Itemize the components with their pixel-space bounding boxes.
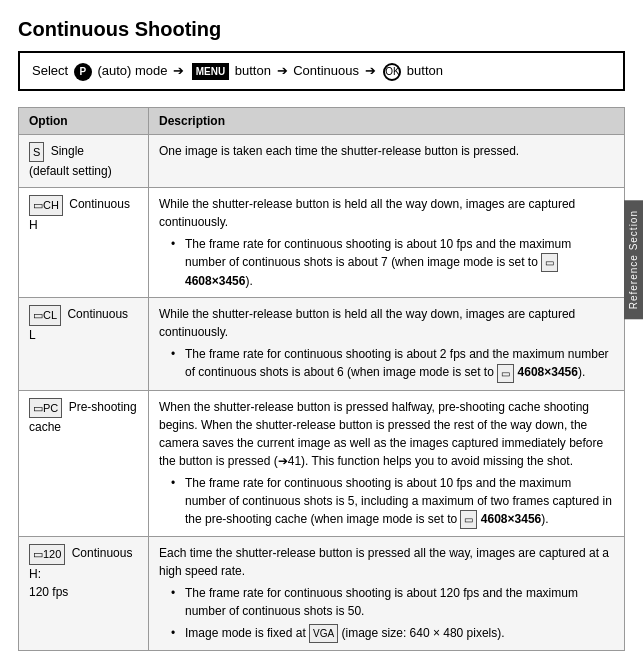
description-single: One image is taken each time the shutter… (149, 134, 625, 188)
option-120fps: ▭120 Continuous H:120 fps (19, 537, 149, 651)
bullet-list: • The frame rate for continuous shooting… (171, 235, 614, 290)
res-icon: ▭ (497, 364, 514, 383)
option-continuous-l: ▭CL Continuous L (19, 298, 149, 390)
table-row: ▭CL Continuous L While the shutter-relea… (19, 298, 625, 390)
arrow-1: ➔ (173, 63, 184, 78)
nav-continuous-text: Continuous (293, 63, 362, 78)
table-row: ▭PC Pre-shooting cache When the shutter-… (19, 390, 625, 536)
ref-section-label: Reference Section (624, 200, 643, 319)
arrow-3: ➔ (365, 63, 376, 78)
table-header-row: Option Description (19, 107, 625, 134)
res-icon: ▭ (460, 510, 477, 529)
bullet-list: • The frame rate for continuous shooting… (171, 474, 614, 529)
options-table: Option Description S Single(default sett… (18, 107, 625, 652)
auto-mode-icon: P (74, 63, 92, 81)
continuous-h-icon: ▭CH (29, 195, 63, 216)
col-header-option: Option (19, 107, 149, 134)
description-continuous-h: While the shutter-release button is held… (149, 188, 625, 298)
nav-button-text: button (235, 63, 275, 78)
nav-auto-mode-text: (auto) mode (97, 63, 171, 78)
option-single: S Single(default setting) (19, 134, 149, 188)
nav-ok-text: button (407, 63, 443, 78)
option-pre-shooting: ▭PC Pre-shooting cache (19, 390, 149, 536)
bullet-list: • The frame rate for continuous shooting… (171, 584, 614, 643)
bullet-list: • The frame rate for continuous shooting… (171, 345, 614, 382)
bullet-item: • The frame rate for continuous shooting… (171, 584, 614, 620)
continuous-l-icon: ▭CL (29, 305, 61, 326)
bullet-item: • Image mode is fixed at VGA (image size… (171, 624, 614, 643)
single-icon: S (29, 142, 44, 163)
page-title: Continuous Shooting (18, 18, 625, 41)
arrow-2: ➔ (277, 63, 288, 78)
col-header-description: Description (149, 107, 625, 134)
pre-shooting-icon: ▭PC (29, 398, 62, 419)
bullet-item: • The frame rate for continuous shooting… (171, 345, 614, 382)
bullet-item: • The frame rate for continuous shooting… (171, 474, 614, 529)
res-icon: ▭ (541, 253, 558, 272)
ok-button-icon: OK (383, 63, 401, 81)
table-row: ▭CH Continuous H While the shutter-relea… (19, 188, 625, 298)
navigation-instruction: Select P (auto) mode ➔ MENU button ➔ Con… (18, 51, 625, 91)
nav-select-text: Select (32, 63, 72, 78)
option-continuous-h: ▭CH Continuous H (19, 188, 149, 298)
description-pre-shooting: When the shutter-release button is press… (149, 390, 625, 536)
120fps-icon: ▭120 (29, 544, 65, 565)
table-row: ▭120 Continuous H:120 fps Each time the … (19, 537, 625, 651)
page: Reference Section Continuous Shooting Se… (0, 0, 643, 658)
table-row: S Single(default setting) One image is t… (19, 134, 625, 188)
menu-button-icon: MENU (192, 63, 229, 80)
bullet-item: • The frame rate for continuous shooting… (171, 235, 614, 290)
description-continuous-l: While the shutter-release button is held… (149, 298, 625, 390)
description-120fps: Each time the shutter-release button is … (149, 537, 625, 651)
vga-icon: VGA (309, 624, 338, 643)
